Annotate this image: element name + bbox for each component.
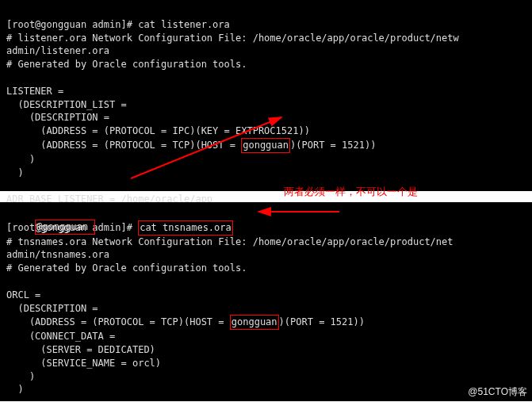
config-line: (DESCRIPTION = xyxy=(6,112,109,123)
config-line: (DESCRIPTION_LIST = xyxy=(6,99,127,110)
config-line: ) xyxy=(6,371,35,382)
config-line: (ADDRESS = (PROTOCOL = TCP)(HOST = gongg… xyxy=(6,140,376,151)
config-line: (SERVER = DEDICATED) xyxy=(6,344,155,355)
config-line: (SERVICE_NAME = orcl) xyxy=(6,358,161,369)
prompt-line: [root@gongguan admin]# cat listener.ora xyxy=(6,19,230,30)
config-line: ) xyxy=(6,167,24,178)
comment-line: admin/tnsnames.ora xyxy=(6,249,109,260)
comment-line: # Generated by Oracle configuration tool… xyxy=(6,59,247,70)
highlight-command-box: cat tnsnames.ora xyxy=(138,220,233,235)
comment-line: admin/listener.ora xyxy=(6,45,109,56)
comment-line: # listener.ora Network Configuration Fil… xyxy=(6,33,459,44)
terminal-listener-ora: [root@gongguan admin]# cat listener.ora … xyxy=(0,0,532,191)
highlight-host-gongguan: gongguan xyxy=(230,315,279,330)
arrow-icon xyxy=(252,205,343,219)
config-line: (ADDRESS = (PROTOCOL = TCP)(HOST = gongg… xyxy=(6,316,365,327)
highlight-prompt-host: @gongguan xyxy=(35,220,95,235)
config-line: (CONNECT_DATA = xyxy=(6,331,115,342)
config-line: ) xyxy=(6,384,24,395)
watermark-text: @51CTO博客 xyxy=(468,385,527,399)
comment-line: # Generated by Oracle configuration tool… xyxy=(6,262,247,274)
highlight-host-gongguan: gongguan xyxy=(241,138,290,153)
config-line: (DESCRIPTION = xyxy=(6,303,98,314)
command-text: cat listener.ora xyxy=(138,19,230,30)
config-line: ) xyxy=(6,154,35,165)
config-line: (ADDRESS = (PROTOCOL = IPC)(KEY = EXTPRO… xyxy=(6,125,310,136)
comment-line: # tnsnames.ora Network Configuration Fil… xyxy=(6,236,454,247)
config-line: ORCL = xyxy=(6,289,40,301)
config-line: LISTENER = xyxy=(6,86,63,97)
